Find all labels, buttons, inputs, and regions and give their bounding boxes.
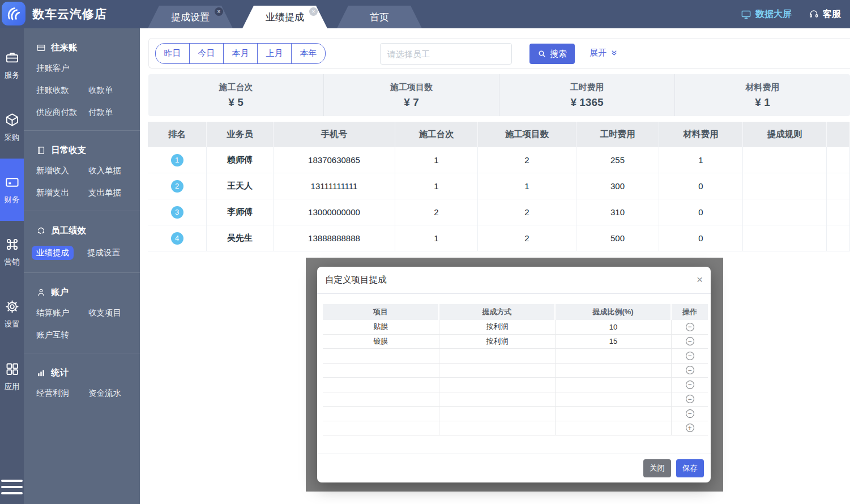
table-cell (743, 173, 827, 199)
remove-row-icon[interactable]: − (686, 352, 694, 360)
modal-cell-method (439, 378, 556, 392)
date-range-button[interactable]: 上月 (257, 43, 292, 64)
remove-row-icon[interactable]: − (686, 409, 694, 418)
sidebar-group-title: 日常收支 (36, 144, 140, 156)
sidebar-item[interactable]: 账户互转 (36, 330, 88, 340)
rail-item-apps[interactable]: 应用 (0, 345, 24, 408)
sidebar-item[interactable]: 业绩提成 (32, 246, 74, 260)
sidebar: 往来账挂账客户挂账收款收款单供应商付款付款单日常收支新增收入收入单据新增支出支出… (24, 28, 140, 504)
burger-line (1, 480, 23, 482)
tab-close-icon[interactable]: × (215, 7, 223, 16)
column-header: 工时费用 (576, 122, 659, 147)
sidebar-item[interactable]: 付款单 (88, 107, 122, 118)
menu-collapse-icon[interactable] (1, 476, 23, 498)
sidebar-item[interactable]: 收入单据 (88, 165, 122, 176)
sidebar-item[interactable]: 提成设置 (87, 247, 121, 258)
rail-item-settings[interactable]: 设置 (0, 283, 24, 345)
sidebar-item[interactable]: 新增支出 (36, 187, 88, 198)
table-cell (827, 147, 850, 173)
expand-toggle[interactable]: 展开 (590, 48, 618, 58)
add-row-icon[interactable]: + (686, 424, 694, 432)
modal-cell-ratio (556, 364, 672, 378)
table-cell: 王天人 (207, 173, 274, 199)
search-button[interactable]: 搜索 (529, 44, 575, 64)
rail-item-marketing[interactable]: 营销 (0, 221, 24, 283)
modal-cell-ratio: 15 (556, 335, 672, 349)
table-cell: 18370630865 (274, 147, 395, 173)
table-cell: 13888888888 (274, 225, 395, 251)
tab-performance-commission[interactable]: 业绩提成× (242, 6, 327, 28)
tab-home[interactable]: 首页 (337, 6, 422, 28)
remove-row-icon[interactable]: − (686, 366, 694, 374)
column-header: 手机号 (274, 122, 395, 147)
rank-badge: 1 (171, 154, 183, 166)
date-range-button[interactable]: 本年 (291, 43, 326, 64)
date-range-button[interactable]: 昨日 (155, 43, 190, 64)
sidebar-item[interactable]: 收款单 (88, 85, 122, 96)
rail-item-service[interactable]: 服务 (0, 34, 24, 96)
performance-icon (36, 226, 46, 236)
sidebar-item[interactable]: 挂账收款 (36, 85, 88, 96)
data-screen-link[interactable]: 数据大屏 (741, 8, 792, 20)
sidebar-item[interactable]: 新增收入 (36, 165, 88, 176)
stat-value: ¥ 7 (404, 96, 418, 109)
rank-badge: 3 (171, 206, 183, 219)
sidebar-row: 挂账客户 (24, 57, 140, 79)
modal-close-icon[interactable]: × (697, 274, 703, 285)
sidebar-item[interactable]: 资金流水 (88, 388, 122, 399)
modal-column-header: 项目 (323, 304, 439, 320)
date-range-button[interactable]: 今日 (189, 43, 224, 64)
modal-cell-method: 按利润 (439, 320, 556, 335)
table-cell: 13111111111 (274, 173, 395, 199)
rail-label: 采购 (5, 133, 20, 143)
column-header (827, 122, 850, 147)
topbar: 数车云汽修店 提成设置×业绩提成×首页 数据大屏 客服 (0, 0, 850, 28)
modal-save-button[interactable]: 保存 (676, 459, 704, 477)
remove-row-icon[interactable]: − (686, 395, 694, 403)
employee-select[interactable] (380, 43, 512, 65)
filter-bar: 昨日今日本月上月本年 搜索 展开 (148, 38, 850, 69)
sidebar-item[interactable]: 供应商付款 (36, 107, 88, 118)
stat-card: 工时费用¥ 1365 (499, 74, 675, 116)
modal-cell-method (439, 407, 556, 421)
column-header: 排名 (148, 122, 207, 147)
table-cell: 1 (659, 147, 743, 173)
sidebar-item[interactable]: 收支项目 (88, 307, 122, 318)
modal-table: 项目提成方式提成比例(%)操作贴膜按利润10−镀膜按利润15−−−−−−+ (323, 304, 708, 435)
column-header: 施工项目数 (478, 122, 576, 147)
sidebar-item[interactable]: 结算账户 (36, 307, 88, 318)
rail-label: 应用 (5, 382, 20, 392)
table-cell: 2 (478, 147, 576, 173)
sidebar-item[interactable]: 支出单据 (88, 187, 122, 198)
support-link[interactable]: 客服 (809, 8, 841, 20)
sidebar-group-label: 员工绩效 (51, 225, 86, 237)
tab-close-icon[interactable]: × (309, 7, 318, 16)
tab-commission-settings[interactable]: 提成设置× (148, 6, 233, 28)
rail-item-purchase[interactable]: 采购 (0, 96, 24, 159)
settings-icon (5, 299, 20, 314)
date-range-button[interactable]: 本月 (223, 43, 258, 64)
sidebar-item[interactable]: 挂账客户 (36, 63, 88, 74)
remove-row-icon[interactable]: − (686, 323, 694, 331)
remove-row-icon[interactable]: − (686, 381, 694, 389)
table-cell (827, 225, 850, 251)
app-title: 数车云汽修店 (32, 0, 107, 28)
stat-label: 施工项目数 (390, 82, 433, 93)
modal-cell-op: − (672, 364, 708, 378)
double-chevron-down-icon (610, 49, 618, 57)
sidebar-item[interactable]: 经营利润 (36, 388, 88, 399)
rail-item-finance[interactable]: 财务 (0, 159, 24, 221)
tab-label: 提成设置 (171, 11, 210, 24)
rank-cell: 3 (148, 199, 207, 225)
sidebar-group-stats: 统计经营利润资金流水 (24, 353, 140, 411)
table-cell: 0 (659, 173, 743, 199)
modal-cell-item (323, 349, 439, 364)
modal-column-header: 操作 (672, 304, 708, 320)
search-label: 搜索 (550, 49, 567, 59)
modal-close-button[interactable]: 关闭 (643, 459, 671, 477)
modal-cell-method: 按利润 (439, 335, 556, 349)
table-cell: 赖师傅 (207, 147, 274, 173)
remove-row-icon[interactable]: − (686, 337, 694, 345)
sidebar-row: 新增支出支出单据 (24, 182, 140, 204)
stat-card: 施工项目数¥ 7 (324, 74, 499, 116)
